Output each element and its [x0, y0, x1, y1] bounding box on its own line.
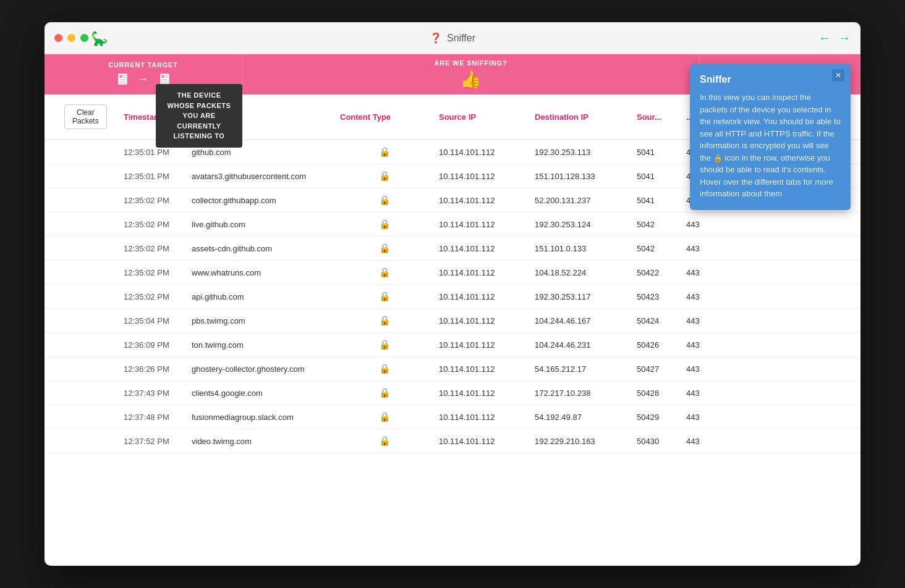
lock-icon: 🔒 [379, 291, 391, 301]
traffic-lights [54, 34, 88, 42]
table-row[interactable]: 12:35:02 PM api.github.com 🔒 10.114.101.… [45, 285, 860, 309]
cell-source-port: 5042 [632, 214, 681, 235]
lock-icon: 🔒 [379, 387, 391, 398]
cell-source-port: 5041 [632, 141, 681, 163]
tooltip-title: Sniffer [700, 74, 841, 85]
cell-content-type: 🔒 [335, 188, 434, 212]
table-row[interactable]: 12:35:02 PM live.github.com 🔒 10.114.101… [45, 212, 860, 237]
cell-dest-ip: 52.200.131.237 [530, 190, 632, 211]
cell-source-ip: 10.114.101.112 [434, 358, 530, 380]
cell-source-ip: 10.114.101.112 [434, 262, 530, 284]
close-button[interactable] [54, 34, 62, 42]
cell-host: fusionmediagroup.slack.com [187, 406, 335, 428]
lock-icon: 🔒 [379, 195, 391, 205]
cell-host: avatars3.githubusercontent.com [187, 166, 335, 187]
cell-content-type: 🔒 [335, 333, 434, 356]
cell-source-ip: 10.114.101.112 [434, 334, 530, 356]
cell-timestamp: 12:37:43 PM [119, 382, 187, 404]
cell-host: ton.twimg.com [187, 334, 335, 356]
cell-timestamp: 12:35:02 PM [119, 238, 187, 259]
cell-timestamp: 12:37:48 PM [119, 406, 187, 428]
lock-inline-icon: 🔒 [713, 154, 723, 162]
cell-dest-port: 443 [681, 238, 731, 259]
table-row[interactable]: 12:37:43 PM clients4.google.com 🔒 10.114… [45, 381, 860, 405]
window-title: Sniffer [447, 33, 475, 44]
help-icon[interactable]: ❓ [430, 32, 442, 44]
cell-source-port: 50429 [632, 406, 681, 428]
table-row[interactable]: 12:35:02 PM www.whatruns.com 🔒 10.114.10… [45, 261, 860, 285]
back-button[interactable]: ← [818, 31, 831, 45]
cell-host: assets-cdn.github.com [187, 238, 335, 259]
cell-dest-ip: 192.30.253.113 [530, 141, 632, 163]
cell-dest-ip: 151.101.128.133 [530, 166, 632, 187]
titlebar-nav: ← → [818, 31, 851, 45]
cell-dest-ip: 54.192.49.87 [530, 406, 632, 428]
cell-timestamp: 12:36:09 PM [119, 334, 187, 356]
col-header-dest-ip: Destination IP [530, 106, 632, 128]
tooltip-close-button[interactable]: ✕ [832, 69, 844, 82]
cell-host: clients4.google.com [187, 382, 335, 404]
cell-source-ip: 10.114.101.112 [434, 166, 530, 187]
cell-dest-ip: 104.18.52.224 [530, 262, 632, 284]
cell-timestamp: 12:35:02 PM [119, 262, 187, 284]
cell-dest-ip: 104.244.46.167 [530, 310, 632, 332]
cell-source-ip: 10.114.101.112 [434, 141, 530, 163]
cell-dest-ip: 172.217.10.238 [530, 382, 632, 404]
thumbs-up-icon: 👍 [460, 70, 482, 89]
lock-icon: 🔒 [379, 411, 391, 422]
cell-content-type: 🔒 [335, 381, 434, 405]
lock-icon: 🔒 [379, 339, 391, 350]
maximize-button[interactable] [80, 34, 88, 42]
cell-source-ip: 10.114.101.112 [434, 382, 530, 404]
cell-source-port: 5041 [632, 166, 681, 187]
sniffing-header: ARE WE SNIFFING? 👍 [242, 54, 700, 94]
cell-dest-port: 443 [681, 214, 731, 235]
clear-btn-wrapper: Clear Packets [45, 94, 119, 139]
cell-source-ip: 10.114.101.112 [434, 238, 530, 259]
cell-timestamp: 12:35:02 PM [119, 214, 187, 235]
monitor-icon-left: 🖥 [114, 71, 130, 88]
cell-source-ip: 10.114.101.112 [434, 430, 530, 452]
table-row[interactable]: 12:37:52 PM video.twimg.com 🔒 10.114.101… [45, 429, 860, 453]
cell-dest-ip: 151.101.0.133 [530, 238, 632, 259]
table-row[interactable]: 12:36:09 PM ton.twimg.com 🔒 10.114.101.1… [45, 333, 860, 357]
clear-packets-button[interactable]: Clear Packets [64, 104, 107, 129]
cell-source-port: 50428 [632, 382, 681, 404]
table-row[interactable]: 12:35:04 PM pbs.twimg.com 🔒 10.114.101.1… [45, 309, 860, 333]
table-row[interactable]: 12:35:02 PM assets-cdn.github.com 🔒 10.1… [45, 237, 860, 261]
current-target-tooltip: THE DEVICE WHOSE PACKETS YOU ARE CURRENT… [156, 84, 242, 148]
cell-dest-port: 443 [681, 406, 731, 428]
lock-icon: 🔒 [379, 435, 391, 446]
cell-content-type: 🔒 [335, 237, 434, 260]
cell-content-type: 🔒 [335, 140, 434, 164]
cell-dest-port: 443 [681, 358, 731, 380]
cell-source-ip: 10.114.101.112 [434, 406, 530, 428]
cell-dest-port: 443 [681, 382, 731, 404]
arrow-icon: → [137, 73, 149, 86]
titlebar: 🦕 ❓ Sniffer ← → [45, 22, 860, 54]
cell-content-type: 🔒 [335, 261, 434, 284]
col-header-content-type: Content Type [335, 106, 434, 128]
cell-host: pbs.twimg.com [187, 310, 335, 332]
cell-source-port: 50422 [632, 262, 681, 284]
minimize-button[interactable] [67, 34, 75, 42]
cell-source-port: 50430 [632, 430, 681, 452]
cell-source-ip: 10.114.101.112 [434, 286, 530, 308]
cell-source-port: 50424 [632, 310, 681, 332]
cell-host: live.github.com [187, 214, 335, 235]
cell-timestamp: 12:36:26 PM [119, 358, 187, 380]
cell-source-ip: 10.114.101.112 [434, 310, 530, 332]
cell-content-type: 🔒 [335, 212, 434, 236]
cell-source-port: 5042 [632, 238, 681, 259]
table-row[interactable]: 12:37:48 PM fusionmediagroup.slack.com 🔒… [45, 405, 860, 429]
table-row[interactable]: 12:36:26 PM ghostery-collector.ghostery.… [45, 357, 860, 381]
cell-timestamp: 12:35:02 PM [119, 190, 187, 211]
cell-source-ip: 10.114.101.112 [434, 190, 530, 211]
tooltip-arrow-text: THE DEVICE WHOSE PACKETS YOU ARE CURRENT… [168, 91, 231, 140]
cell-dest-ip: 104.244.46.231 [530, 334, 632, 356]
cell-dest-ip: 192.30.253.124 [530, 214, 632, 235]
cell-host: ghostery-collector.ghostery.com [187, 358, 335, 380]
forward-button[interactable]: → [838, 31, 851, 45]
cell-content-type: 🔒 [335, 285, 434, 308]
cell-content-type: 🔒 [335, 429, 434, 453]
